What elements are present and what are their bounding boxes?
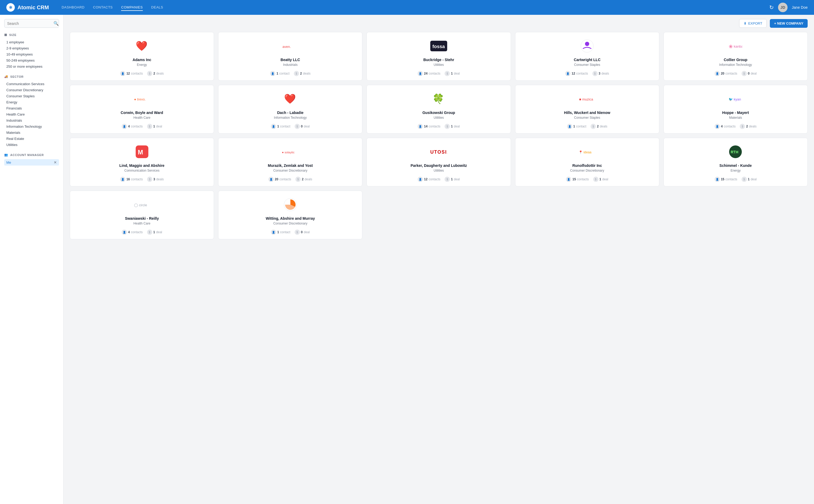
nav-contacts[interactable]: CONTACTS bbox=[93, 4, 113, 11]
company-card[interactable]: 🍀 Gusikowski Group Utilities 👤 14 contac… bbox=[367, 85, 511, 134]
company-sector: Information Technology bbox=[719, 63, 752, 67]
contacts-icon: 👤 bbox=[120, 177, 125, 182]
company-card[interactable]: ● solaytic Murazik, Zemlak and Yost Cons… bbox=[218, 138, 362, 186]
deals-label: deal bbox=[156, 125, 162, 128]
deals-stat: $ 2 deals bbox=[740, 124, 756, 129]
deals-label: deals bbox=[601, 72, 609, 75]
deals-count: 1 bbox=[153, 230, 155, 234]
svg-text:M: M bbox=[138, 149, 143, 156]
nav-deals[interactable]: DEALS bbox=[151, 4, 163, 11]
deals-icon: $ bbox=[740, 124, 745, 129]
contacts-icon: 👤 bbox=[418, 71, 423, 76]
nav-dashboard[interactable]: DASHBOARD bbox=[62, 4, 85, 11]
company-card[interactable]: ● trevo. Corwin, Boyle and Ward Health C… bbox=[70, 85, 214, 134]
deals-stat: $ 1 deal bbox=[147, 230, 162, 235]
new-company-button[interactable]: + NEW COMPANY bbox=[770, 19, 808, 28]
remove-account-manager-filter[interactable]: ✕ bbox=[54, 160, 57, 164]
deals-count: 1 bbox=[600, 177, 601, 181]
sector-information-technology[interactable]: Information Technology bbox=[4, 123, 59, 130]
company-card[interactable]: Cartwright LLC Consumer Staples 👤 12 con… bbox=[515, 32, 659, 81]
svg-text:◯ circle: ◯ circle bbox=[134, 203, 147, 207]
sector-utilities[interactable]: Utilities bbox=[4, 142, 59, 148]
account-manager-me[interactable]: Me ✕ bbox=[4, 159, 59, 166]
company-card[interactable]: ■ muzica Hills, Wuckert and Nienow Consu… bbox=[515, 85, 659, 134]
company-logo: ● trevo. bbox=[134, 90, 150, 107]
svg-text:UTOSIA: UTOSIA bbox=[430, 149, 447, 155]
company-stats: 👤 20 contacts $ 0 deal bbox=[668, 71, 803, 76]
company-card[interactable]: ❤️ Dach - Labadie Information Technology… bbox=[218, 85, 362, 134]
sector-materials[interactable]: Materials bbox=[4, 130, 59, 136]
company-card[interactable]: UTOSIA Parker, Daugherty and Lubowitz Ut… bbox=[367, 138, 511, 186]
size-filter-1-employee[interactable]: 1 employee bbox=[4, 39, 59, 45]
company-card[interactable]: 🐦 kyan Hoppe - Mayert Materials 👤 4 cont… bbox=[664, 85, 808, 134]
contacts-label: contacts bbox=[279, 177, 291, 181]
company-sector: Information Technology bbox=[274, 116, 307, 120]
app-logo[interactable]: ⚛ Atomic CRM bbox=[6, 3, 49, 12]
company-card[interactable]: ◯ circle Swaniawski - Reilly Health Care… bbox=[70, 191, 214, 239]
company-sector: Industrials bbox=[283, 63, 298, 67]
contacts-stat: 👤 4 contacts bbox=[715, 124, 735, 129]
company-card[interactable]: 📍 ideaa Runolfsdottir Inc Consumer Discr… bbox=[515, 138, 659, 186]
contacts-icon: 👤 bbox=[567, 124, 572, 129]
refresh-icon[interactable]: ↻ bbox=[769, 4, 774, 11]
company-stats: 👤 12 contacts $ 1 deal bbox=[371, 177, 506, 182]
svg-text:🌸 kanba: 🌸 kanba bbox=[729, 44, 742, 49]
company-logo: 📍 ideaa bbox=[579, 143, 596, 160]
company-sector: Utilities bbox=[434, 169, 444, 172]
contacts-label: contacts bbox=[429, 125, 441, 128]
company-name: Runolfsdottir Inc bbox=[572, 163, 602, 168]
contacts-icon: 👤 bbox=[715, 177, 720, 182]
contacts-label: contacts bbox=[429, 72, 441, 75]
account-manager-title: 👥 ACCOUNT MANAGER bbox=[4, 153, 59, 157]
header-right: ↻ JD Jane Doe bbox=[769, 3, 808, 12]
sector-industrials[interactable]: Industrials bbox=[4, 117, 59, 123]
company-logo: 🍀 bbox=[430, 90, 447, 107]
company-name: Parker, Daugherty and Lubowitz bbox=[410, 163, 467, 168]
deals-stat: $ 1 deal bbox=[445, 177, 460, 182]
sector-real-estate[interactable]: Real Estate bbox=[4, 136, 59, 142]
company-name: Schimmel - Kunde bbox=[719, 163, 752, 168]
contacts-icon: 👤 bbox=[271, 124, 276, 129]
company-logo: ◯ circle bbox=[134, 196, 150, 213]
deals-icon: $ bbox=[742, 177, 747, 182]
contacts-stat: 👤 4 contacts bbox=[122, 124, 143, 129]
nav-companies[interactable]: COMPANIES bbox=[121, 4, 143, 11]
deals-stat: $ 1 deal bbox=[742, 177, 757, 182]
svg-text:❤️: ❤️ bbox=[136, 40, 148, 52]
contacts-stat: 👤 12 contacts bbox=[565, 71, 588, 76]
sector-consumer-discretionary[interactable]: Consumer Discretionary bbox=[4, 87, 59, 93]
sector-health-care[interactable]: Health Care bbox=[4, 111, 59, 117]
sector-consumer-staples[interactable]: Consumer Staples bbox=[4, 93, 59, 99]
company-card[interactable]: fossa Buckridge - Stehr Utilities 👤 24 c… bbox=[367, 32, 511, 81]
sector-communication-services[interactable]: Communication Services bbox=[4, 81, 59, 87]
company-card[interactable]: M Lind, Maggio and Abshire Communication… bbox=[70, 138, 214, 186]
contacts-stat: 👤 16 contacts bbox=[120, 177, 143, 182]
company-card[interactable]: RTH Schimmel - Kunde Energy 👤 15 contact… bbox=[664, 138, 808, 186]
company-name: Adams Inc bbox=[132, 58, 151, 62]
deals-count: 2 bbox=[302, 177, 304, 181]
contacts-icon: 👤 bbox=[122, 230, 127, 235]
contacts-count: 4 bbox=[721, 125, 723, 128]
size-filter-250-plus[interactable]: 250 or more employees bbox=[4, 63, 59, 70]
contacts-count: 15 bbox=[721, 177, 724, 181]
contacts-stat: 👤 15 contacts bbox=[715, 177, 737, 182]
svg-text:● solaytic: ● solaytic bbox=[282, 151, 295, 154]
search-box[interactable]: 🔍 bbox=[4, 19, 59, 28]
company-card[interactable]: ❤️ Adams Inc Energy 👤 12 contacts $ 2 de… bbox=[70, 32, 214, 81]
sector-energy[interactable]: Energy bbox=[4, 99, 59, 105]
sector-financials[interactable]: Financials bbox=[4, 105, 59, 111]
size-filter-2-9[interactable]: 2-9 employees bbox=[4, 45, 59, 51]
search-input[interactable] bbox=[7, 21, 53, 26]
main-nav: DASHBOARD CONTACTS COMPANIES DEALS bbox=[62, 4, 769, 11]
company-sector: Health Care bbox=[134, 222, 150, 225]
company-card[interactable]: Witting, Abshire and Murray Consumer Dis… bbox=[218, 191, 362, 239]
deals-label: deals bbox=[156, 177, 164, 181]
size-filter-50-249[interactable]: 50-249 employees bbox=[4, 57, 59, 63]
company-card[interactable]: 🌸 kanba Collier Group Information Techno… bbox=[664, 32, 808, 81]
company-logo: aven. bbox=[282, 38, 299, 54]
size-filter-10-49[interactable]: 10-49 employees bbox=[4, 51, 59, 57]
export-button[interactable]: ⬇ EXPORT bbox=[739, 19, 767, 28]
company-sector: Energy bbox=[730, 169, 740, 172]
company-logo: 🌸 kanba bbox=[727, 38, 744, 54]
company-card[interactable]: aven. Beatty LLC Industrials 👤 1 contact… bbox=[218, 32, 362, 81]
